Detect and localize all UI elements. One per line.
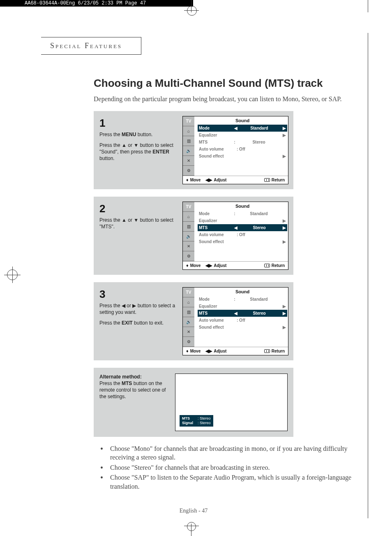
menu-row-sound-effect: Sound effect ▶: [198, 238, 287, 245]
page-title: Choosing a Multi-Channel Sound (MTS) tra…: [94, 77, 357, 90]
step-1-text: 1 Press the MENU button. Press the ▲ or …: [99, 116, 177, 184]
return-icon: [264, 349, 270, 353]
arrow-left-icon: ◀: [233, 126, 238, 130]
registration-mark-bottom: [191, 524, 201, 536]
menu-row-auto-volume: Auto volume : Off: [198, 231, 287, 238]
channel-icon: ▥: [183, 307, 194, 317]
tv-icon: TV: [183, 202, 194, 212]
section-header-row: Special Features: [41, 37, 357, 55]
tv-icon: TV: [183, 288, 194, 297]
colon: :: [233, 211, 237, 216]
channel-icon: ▥: [183, 136, 194, 146]
arrow-right-icon: ▶: [281, 218, 286, 223]
picture-icon: ⌂: [183, 212, 194, 222]
alt-body-a: Press the: [99, 381, 122, 386]
step-1-p1a: Press the: [99, 132, 122, 137]
menu-mts-label: MTS: [199, 140, 233, 144]
channel-icon: ▥: [183, 222, 194, 232]
step-1-screenshot: TV ⌂ ▥ 🔊 ✕ ⚙ Sound Mode ◀ Standard ▶: [182, 116, 288, 184]
menu-mode-label: Mode: [199, 297, 233, 302]
setup-icon: ⚙: [183, 251, 194, 261]
menu-row-equalizer: Equalizer ▶: [198, 303, 287, 310]
arrow-right-icon: ▶: [281, 311, 286, 316]
intro-paragraph: Depending on the particular program bein…: [94, 95, 353, 104]
step-3-number: 3: [99, 287, 177, 302]
osd-footer: ♦Move ◀▶Adjust Return: [183, 347, 288, 355]
menu-row-mts: MTS : Stereo: [198, 139, 287, 146]
step-3-p2c: button to exit.: [133, 320, 164, 326]
osd-mts-val: : Stereo: [198, 416, 211, 421]
step-2-screenshot: TV ⌂ ▥ 🔊 ✕ ⚙ Sound Mode : Standard Equal: [182, 202, 288, 270]
menu-row-sound-effect: Sound effect ▶: [198, 324, 287, 331]
footer-return: Return: [272, 349, 285, 353]
arrow-right-icon: ▶: [281, 133, 286, 137]
menu-mts-label: MTS: [199, 225, 233, 230]
menu-row-equalizer: Equalizer ▶: [198, 132, 287, 139]
menu-se-label: Sound effect: [199, 325, 233, 329]
footer-move: Move: [190, 349, 201, 353]
menu-mode-label: Mode: [199, 211, 233, 216]
step-1-p2c: button.: [99, 155, 115, 161]
alternate-screenshot: MTS: Stereo Signal: Stereo: [175, 374, 288, 431]
note-mono: Choose "Mono" for channels that are broa…: [99, 444, 353, 462]
menu-row-mode: Mode ◀ Standard ▶: [198, 125, 287, 132]
menu-mode-value: Standard: [237, 297, 281, 302]
timer-icon: ✕: [183, 327, 194, 337]
return-icon: [264, 264, 270, 267]
note-sap: Choose "SAP" to listen to the Separate A…: [99, 473, 353, 491]
step-1-number: 1: [99, 116, 177, 130]
osd-title: Sound: [198, 204, 287, 209]
osd-title: Sound: [198, 289, 287, 294]
leftright-icon: ◀▶: [205, 177, 212, 183]
step-1-block: 1 Press the MENU button. Press the ▲ or …: [94, 111, 293, 189]
updown-icon: ♦: [186, 263, 189, 268]
footer-move: Move: [190, 178, 201, 182]
picture-icon: ⌂: [183, 297, 194, 307]
tv-icon: TV: [183, 116, 194, 126]
menu-mode-value: Standard: [238, 126, 281, 130]
page-content: Special Features Choosing a Multi-Channe…: [41, 37, 357, 514]
sound-icon: 🔊: [183, 146, 194, 156]
notes-list: Choose "Mono" for channels that are broa…: [99, 444, 353, 491]
colon: :: [233, 297, 237, 302]
page-footer: English - 47: [94, 508, 293, 514]
menu-se-label: Sound effect: [199, 154, 233, 158]
osd-icon-rail: TV ⌂ ▥ 🔊 ✕ ⚙: [183, 116, 194, 176]
menu-eq-label: Equalizer: [199, 218, 233, 223]
menu-row-mode: Mode : Standard: [198, 210, 287, 217]
menu-row-mts: MTS ◀ Stereo ▶: [198, 310, 287, 317]
menu-row-mts: MTS ◀ Stereo ▶: [198, 224, 287, 231]
registration-mark-top: [191, 0, 201, 12]
setup-icon: ⚙: [183, 166, 194, 176]
step-3-p2b: EXIT: [122, 320, 133, 326]
registration-mark-left: [4, 267, 21, 283]
osd-footer: ♦Move ◀▶Adjust Return: [183, 261, 288, 269]
menu-se-label: Sound effect: [199, 239, 233, 244]
menu-av-label: Auto volume: [199, 318, 233, 323]
sound-icon: 🔊: [183, 317, 194, 327]
menu-row-equalizer: Equalizer ▶: [198, 217, 287, 224]
updown-icon: ♦: [186, 348, 189, 353]
menu-eq-label: Equalizer: [199, 304, 233, 309]
menu-av-value: : Off: [237, 232, 281, 237]
step-2-p1: Press the ▲ or ▼ button to select "MTS".: [99, 217, 177, 230]
crop-mark-right: [368, 33, 368, 518]
arrow-right-icon: ▶: [281, 225, 286, 230]
osd-icon-rail: TV ⌂ ▥ 🔊 ✕ ⚙: [183, 288, 194, 347]
note-stereo: Choose "Stereo" for channels that are br…: [99, 463, 353, 472]
osd-title: Sound: [198, 118, 287, 123]
osd-overlay: MTS: Stereo Signal: Stereo: [180, 415, 213, 427]
step-3-screenshot: TV ⌂ ▥ 🔊 ✕ ⚙ Sound Mode : Standard Equal: [182, 287, 288, 355]
section-header: Special Features: [41, 37, 141, 55]
footer-adjust: Adjust: [214, 349, 226, 353]
arrow-right-icon: ▶: [281, 126, 286, 130]
picture-icon: ⌂: [183, 126, 194, 136]
return-icon: [264, 178, 270, 182]
setup-icon: ⚙: [183, 337, 194, 347]
footer-move: Move: [190, 263, 201, 268]
menu-av-label: Auto volume: [199, 232, 233, 237]
footer-adjust: Adjust: [214, 263, 226, 268]
osd-signal-val: : Stereo: [198, 421, 211, 425]
menu-mts-value: Stereo: [238, 225, 281, 230]
menu-eq-label: Equalizer: [199, 133, 233, 137]
